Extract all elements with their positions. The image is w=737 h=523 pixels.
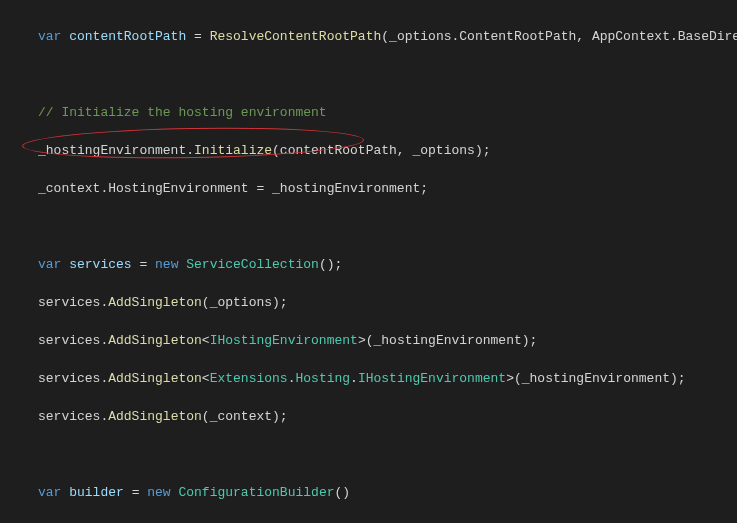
code-line[interactable] <box>38 217 737 236</box>
code-line[interactable]: var services = new ServiceCollection(); <box>38 255 737 274</box>
code-line[interactable]: services.AddSingleton<IHostingEnvironmen… <box>38 331 737 350</box>
code-line[interactable]: // Initialize the hosting environment <box>38 103 737 122</box>
code-editor[interactable]: var contentRootPath = ResolveContentRoot… <box>0 0 737 523</box>
code-line[interactable]: _context.HostingEnvironment = _hostingEn… <box>38 179 737 198</box>
code-line[interactable]: services.AddSingleton<Extensions.Hosting… <box>38 369 737 388</box>
code-line[interactable]: services.AddSingleton(_context); <box>38 407 737 426</box>
code-line[interactable]: var builder = new ConfigurationBuilder() <box>38 483 737 502</box>
code-line[interactable]: var contentRootPath = ResolveContentRoot… <box>38 27 737 46</box>
code-line[interactable]: _hostingEnvironment.Initialize(contentRo… <box>38 141 737 160</box>
code-line[interactable] <box>38 65 737 84</box>
code-line[interactable]: services.AddSingleton(_options); <box>38 293 737 312</box>
code-line[interactable] <box>38 445 737 464</box>
